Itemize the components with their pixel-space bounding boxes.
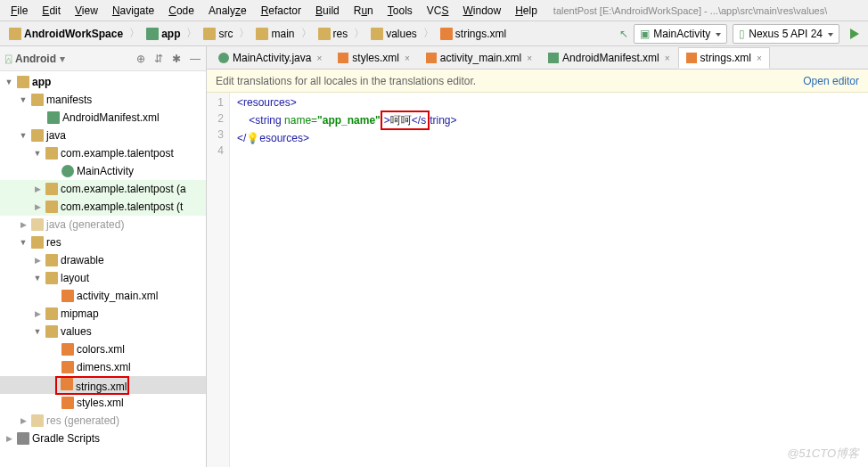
project-tree[interactable]: ▼app ▼manifests AndroidManifest.xml ▼jav…: [0, 71, 206, 467]
tree-mainactivity[interactable]: MainActivity: [0, 162, 206, 180]
menu-refactor[interactable]: Refactor: [256, 3, 307, 19]
close-icon[interactable]: ×: [405, 53, 410, 63]
menu-tools[interactable]: Tools: [382, 3, 418, 19]
tab-styles[interactable]: styles.xml×: [330, 47, 418, 69]
tab-mainactivity[interactable]: MainActivity.java×: [210, 47, 330, 69]
tab-strings[interactable]: strings.xml×: [678, 47, 770, 69]
folder-icon: [45, 307, 58, 320]
folder-icon: [31, 94, 44, 106]
tree-manifest-file[interactable]: AndroidManifest.xml: [0, 109, 206, 127]
tree-styles[interactable]: styles.xml: [0, 394, 206, 412]
run-config-dropdown[interactable]: ▣MainActivity: [634, 24, 727, 44]
device-dropdown[interactable]: ▯Nexus 5 API 24: [733, 24, 839, 44]
tree-pkg-main[interactable]: ▼com.example.talentpost: [0, 144, 206, 162]
menu-file[interactable]: File: [5, 3, 33, 19]
code-editor[interactable]: 1234 <resources> <string name="app_name"…: [207, 93, 868, 467]
lightbulb-icon[interactable]: 💡: [246, 132, 259, 144]
tree-pkg-android-test[interactable]: ▶com.example.talentpost (a: [0, 180, 206, 198]
tab-manifest[interactable]: AndroidManifest.xml×: [540, 47, 678, 69]
close-icon[interactable]: ×: [527, 53, 532, 63]
watermark: @51CTO博客: [787, 446, 859, 462]
tree-gradle-scripts[interactable]: ▶Gradle Scripts: [0, 430, 206, 447]
crumb-main[interactable]: main: [250, 24, 299, 44]
tree-app[interactable]: ▼app: [0, 73, 206, 91]
tree-dimens[interactable]: dimens.xml: [0, 358, 206, 376]
tree-activity-main[interactable]: activity_main.xml: [0, 287, 206, 305]
package-icon: [45, 183, 58, 195]
folder-icon: [45, 254, 58, 266]
crumb-src[interactable]: src: [198, 24, 238, 44]
sidebar-target-icon[interactable]: ⊕: [136, 53, 145, 65]
tree-strings[interactable]: strings.xml: [0, 376, 206, 394]
sidebar-view-chevron[interactable]: ▾: [60, 53, 65, 65]
nav-back-icon[interactable]: ↖: [619, 28, 628, 40]
close-icon[interactable]: ×: [665, 53, 670, 63]
folder-icon: [9, 28, 21, 40]
sidebar-view-label[interactable]: Android: [15, 53, 56, 65]
folder-icon: [256, 28, 268, 40]
package-icon: [45, 201, 58, 213]
crumb-project[interactable]: AndroidWorkSpace: [4, 24, 128, 44]
translations-banner: Edit translations for all locales in the…: [207, 70, 868, 93]
xml-file-icon: [440, 28, 453, 40]
close-icon[interactable]: ×: [757, 53, 762, 63]
xml-file-icon: [338, 53, 348, 63]
menu-analyze[interactable]: Analyze: [203, 3, 252, 19]
sidebar-hide-icon[interactable]: —: [190, 53, 201, 65]
crumb-file[interactable]: strings.xml: [435, 24, 512, 44]
folder-icon: [31, 236, 44, 249]
tree-mipmap[interactable]: ▶mipmap: [0, 305, 206, 323]
tree-colors[interactable]: colors.xml: [0, 340, 206, 358]
crumb-res[interactable]: res: [313, 24, 354, 44]
menu-help[interactable]: Help: [510, 3, 543, 19]
menu-code[interactable]: Code: [163, 3, 200, 19]
xml-file-icon: [61, 290, 74, 302]
gradle-icon: [17, 432, 29, 445]
crumb-app[interactable]: app: [141, 24, 185, 44]
android-robot-icon: ⍓: [5, 53, 12, 65]
tree-res[interactable]: ▼res: [0, 234, 206, 251]
tree-values[interactable]: ▼values: [0, 323, 206, 340]
folder-icon: [318, 28, 331, 40]
class-icon: [218, 53, 229, 63]
menu-edit[interactable]: Edit: [37, 3, 66, 19]
menu-run[interactable]: Run: [348, 3, 379, 19]
folder-icon: [45, 325, 58, 338]
app-icon: ▣: [640, 28, 650, 40]
tree-java[interactable]: ▼java: [0, 127, 206, 144]
main-menu-bar: File Edit View Navigate Code Analyze Ref…: [0, 0, 868, 21]
run-button[interactable]: [850, 29, 859, 39]
tree-java-gen[interactable]: ▶java (generated): [0, 216, 206, 234]
tree-res-gen[interactable]: ▶res (generated): [0, 412, 206, 430]
xml-file-icon: [61, 378, 73, 390]
editor-tabs: MainActivity.java× styles.xml× activity_…: [207, 46, 868, 70]
tree-manifests[interactable]: ▼manifests: [0, 91, 206, 109]
tree-drawable[interactable]: ▶drawable: [0, 251, 206, 269]
tree-pkg-test[interactable]: ▶com.example.talentpost (t: [0, 198, 206, 216]
sidebar-collapse-icon[interactable]: ⇵: [154, 53, 163, 65]
sidebar-settings-icon[interactable]: ✱: [172, 53, 181, 65]
menu-window[interactable]: Window: [457, 3, 506, 19]
folder-icon: [31, 414, 44, 427]
folder-icon: [203, 28, 216, 40]
package-icon: [45, 147, 58, 160]
breadcrumb-bar: AndroidWorkSpace〉 app〉 src〉 main〉 res〉 v…: [0, 21, 868, 46]
xml-file-icon: [61, 397, 74, 409]
module-icon: [17, 76, 29, 88]
crumb-values[interactable]: values: [365, 24, 422, 44]
open-editor-link[interactable]: Open editor: [803, 75, 859, 87]
manifest-icon: [47, 111, 60, 124]
tab-activity-main[interactable]: activity_main.xml×: [418, 47, 540, 69]
menu-navigate[interactable]: Navigate: [107, 3, 160, 19]
code-text-area[interactable]: <resources> <string name="app_name">呵呵</…: [230, 93, 868, 467]
menu-vcs[interactable]: VCS: [422, 3, 454, 19]
close-icon[interactable]: ×: [316, 53, 322, 63]
window-title-path: talentPost [E:\AndroidWorkSpace] - ...\a…: [553, 5, 827, 16]
manifest-icon: [548, 53, 559, 63]
sidebar-header: ⍓ Android ▾ ⊕ ⇵ ✱ —: [0, 46, 206, 71]
menu-view[interactable]: View: [70, 3, 103, 19]
menu-build[interactable]: Build: [310, 3, 345, 19]
folder-icon: [31, 218, 44, 231]
folder-icon: [31, 129, 44, 142]
tree-layout[interactable]: ▼layout: [0, 269, 206, 287]
